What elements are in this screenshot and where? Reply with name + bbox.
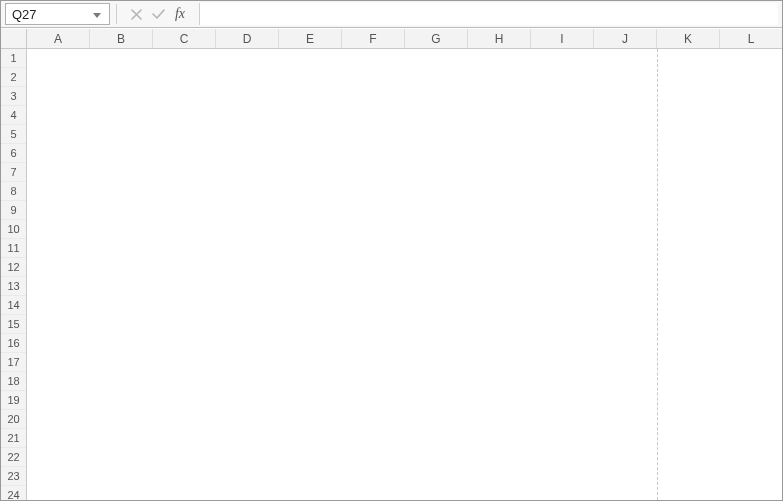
column-headers: ABCDEFGHIJKL (27, 29, 782, 49)
row-header[interactable]: 21 (1, 429, 26, 448)
row-header[interactable]: 2 (1, 68, 26, 87)
row-header[interactable]: 6 (1, 144, 26, 163)
column-header[interactable]: F (342, 29, 405, 48)
name-box-value: Q27 (12, 7, 89, 22)
fx-icon: fx (175, 6, 185, 22)
spreadsheet-grid[interactable]: ABCDEFGHIJKL 123456789101112131415161718… (1, 29, 782, 500)
cells-area[interactable] (27, 49, 782, 500)
column-header[interactable]: B (90, 29, 153, 48)
row-header[interactable]: 1 (1, 49, 26, 68)
row-header[interactable]: 7 (1, 163, 26, 182)
name-box[interactable]: Q27 (5, 3, 110, 25)
column-header[interactable]: D (216, 29, 279, 48)
page-break-line (657, 49, 658, 500)
row-header[interactable]: 24 (1, 486, 26, 500)
column-header[interactable]: H (468, 29, 531, 48)
formula-tool-buttons: fx (123, 1, 193, 27)
row-header[interactable]: 14 (1, 296, 26, 315)
row-header[interactable]: 19 (1, 391, 26, 410)
column-header[interactable]: J (594, 29, 657, 48)
excel-window: Q27 fx ABCDEFGHIJKL 12345678910111213141… (0, 0, 783, 501)
column-header[interactable]: K (657, 29, 720, 48)
row-header[interactable]: 22 (1, 448, 26, 467)
formula-bar: Q27 fx (1, 1, 782, 28)
row-header[interactable]: 18 (1, 372, 26, 391)
enter-button[interactable] (147, 3, 169, 25)
row-header[interactable]: 3 (1, 87, 26, 106)
row-header[interactable]: 15 (1, 315, 26, 334)
row-headers: 123456789101112131415161718192021222324 (1, 49, 27, 500)
column-header[interactable]: E (279, 29, 342, 48)
insert-function-button[interactable]: fx (169, 3, 191, 25)
row-header[interactable]: 8 (1, 182, 26, 201)
cancel-icon (131, 9, 142, 20)
row-header[interactable]: 11 (1, 239, 26, 258)
column-header[interactable]: C (153, 29, 216, 48)
select-all-corner[interactable] (1, 29, 27, 49)
row-header[interactable]: 20 (1, 410, 26, 429)
row-header[interactable]: 5 (1, 125, 26, 144)
row-header[interactable]: 13 (1, 277, 26, 296)
column-header[interactable]: L (720, 29, 782, 48)
column-header[interactable]: A (27, 29, 90, 48)
row-header[interactable]: 17 (1, 353, 26, 372)
check-icon (152, 9, 165, 20)
row-header[interactable]: 9 (1, 201, 26, 220)
column-header[interactable]: I (531, 29, 594, 48)
row-header[interactable]: 23 (1, 467, 26, 486)
chevron-down-icon[interactable] (89, 7, 105, 22)
row-header[interactable]: 4 (1, 106, 26, 125)
divider (116, 4, 117, 24)
column-header[interactable]: G (405, 29, 468, 48)
formula-input[interactable] (199, 3, 778, 25)
namebox-wrap: Q27 (1, 1, 110, 27)
row-header[interactable]: 16 (1, 334, 26, 353)
row-header[interactable]: 10 (1, 220, 26, 239)
cancel-button[interactable] (125, 3, 147, 25)
row-header[interactable]: 12 (1, 258, 26, 277)
